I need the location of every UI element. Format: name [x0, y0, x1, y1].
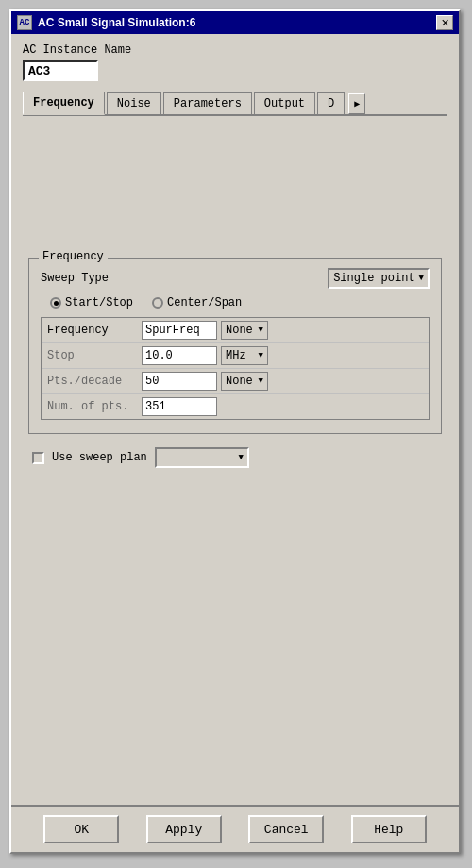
param-row-frequency: Frequency None ▼ [42, 318, 429, 343]
sweep-type-label: Sweep Type [41, 272, 109, 285]
window-body: AC Instance Name Frequency Noise Paramet… [11, 34, 459, 709]
close-button[interactable]: ✕ [436, 15, 453, 30]
tab-output[interactable]: Output [254, 92, 315, 114]
ok-button[interactable]: OK [43, 815, 119, 843]
tab-parameters[interactable]: Parameters [163, 92, 252, 114]
radio-center-span[interactable]: Center/Span [152, 296, 242, 309]
tab-frequency[interactable]: Frequency [23, 92, 105, 115]
param-name-stop: Stop [47, 349, 142, 362]
radio-row: Start/Stop Center/Span [50, 296, 430, 309]
param-name-pts-decade: Pts./decade [47, 375, 142, 388]
sweep-type-dropdown-arrow: ▼ [419, 274, 424, 283]
param-unit-pts-decade[interactable]: None ▼ [221, 372, 268, 391]
instance-name-label: AC Instance Name [23, 43, 447, 57]
param-input-num-pts[interactable] [142, 397, 217, 416]
radio-center-span-btn[interactable] [152, 297, 163, 309]
sweep-plan-dropdown-arrow: ▼ [238, 453, 243, 462]
tabs-container: Frequency Noise Parameters Output D ▶ [23, 91, 447, 116]
title-bar: AC AC Small Signal Simulation:6 ✕ [11, 11, 459, 34]
param-row-num-pts: Num. of pts. [42, 394, 429, 419]
tab-noise[interactable]: Noise [107, 92, 161, 114]
unit-arrow-frequency: ▼ [259, 326, 263, 335]
unit-dropdown-pts-decade[interactable]: None ▼ [221, 372, 268, 391]
tab-content-frequency: Frequency Sweep Type Single point ▼ [23, 116, 447, 701]
apply-button[interactable]: Apply [146, 815, 222, 843]
param-name-frequency: Frequency [47, 324, 142, 337]
sweep-type-select[interactable]: Single point ▼ [328, 268, 430, 289]
tab-d[interactable]: D [317, 92, 345, 114]
param-unit-frequency[interactable]: None ▼ [221, 321, 268, 340]
sweep-type-dropdown[interactable]: Single point ▼ [328, 268, 430, 289]
sweep-plan-checkbox[interactable] [32, 452, 44, 464]
unit-arrow-pts-decade: ▼ [259, 376, 263, 386]
sweep-type-row: Sweep Type Single point ▼ [41, 268, 430, 289]
unit-dropdown-frequency[interactable]: None ▼ [221, 321, 268, 340]
param-row-pts-decade: Pts./decade None ▼ [42, 369, 429, 394]
frequency-group: Frequency Sweep Type Single point ▼ [28, 258, 442, 434]
window-icon: AC [17, 15, 32, 30]
title-bar-left: AC AC Small Signal Simulation:6 [17, 15, 195, 30]
nav-right-icon: ▶ [354, 98, 360, 109]
radio-start-stop[interactable]: Start/Stop [50, 296, 133, 309]
param-input-frequency[interactable] [142, 321, 217, 340]
unit-arrow-stop: ▼ [259, 351, 263, 360]
cancel-button[interactable]: Cancel [248, 815, 324, 843]
frequency-group-legend: Frequency [39, 250, 108, 263]
param-unit-stop[interactable]: MHz ▼ [221, 346, 268, 365]
tab-nav-right-button[interactable]: ▶ [348, 93, 365, 114]
help-button[interactable]: Help [351, 815, 427, 843]
sweep-plan-label: Use sweep plan [52, 451, 147, 464]
radio-start-stop-btn[interactable] [50, 297, 61, 309]
sweep-plan-dropdown[interactable]: ▼ [155, 447, 249, 468]
sweep-plan-row: Use sweep plan ▼ [32, 447, 442, 468]
instance-name-input[interactable] [23, 60, 98, 81]
unit-dropdown-stop[interactable]: MHz ▼ [221, 346, 268, 365]
window-title: AC Small Signal Simulation:6 [38, 16, 195, 29]
param-name-num-pts: Num. of pts. [47, 400, 142, 413]
params-table: Frequency None ▼ Stop [41, 317, 430, 420]
param-row-stop: Stop MHz ▼ [42, 343, 429, 369]
param-input-stop[interactable] [142, 346, 217, 365]
bottom-bar: OK Apply Cancel Help [11, 805, 459, 852]
main-window: AC AC Small Signal Simulation:6 ✕ AC Ins… [9, 9, 461, 854]
param-input-pts-decade[interactable] [142, 372, 217, 391]
